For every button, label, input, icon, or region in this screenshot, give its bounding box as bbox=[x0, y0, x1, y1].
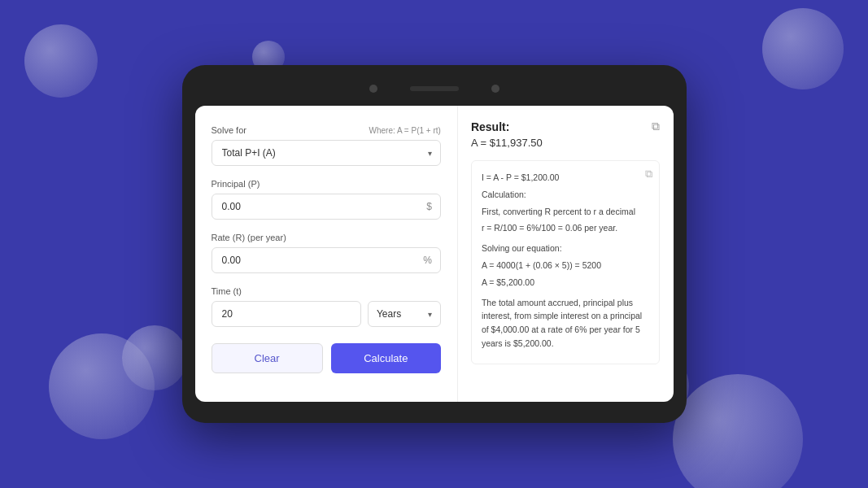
rate-group: Rate (R) (per year) % bbox=[212, 233, 441, 273]
rate-label: Rate (R) (per year) bbox=[212, 233, 441, 242]
result-line-4: r = R/100 = 6%/100 = 0.06 per year. bbox=[482, 221, 650, 235]
result-section-2: Solving our equation: A = 4000(1 + (0.06… bbox=[482, 242, 650, 289]
principal-input[interactable] bbox=[212, 194, 440, 219]
rate-suffix: % bbox=[423, 255, 432, 266]
principal-group: Principal (P) $ bbox=[212, 179, 441, 220]
time-unit-select[interactable]: Years Months Days bbox=[369, 302, 440, 326]
bg-bubble-1 bbox=[24, 24, 98, 98]
tablet-speaker bbox=[410, 86, 459, 91]
result-panel: Result: ⧉ A = $11,937.50 ⧉ I = A - P = $… bbox=[458, 106, 674, 402]
button-row: Clear Calculate bbox=[212, 343, 441, 373]
time-label: Time (t) bbox=[212, 286, 441, 296]
solve-for-select[interactable]: Total P+I (A) Principal (P) Rate (R) Tim… bbox=[212, 141, 440, 165]
result-value: A = $11,937.50 bbox=[471, 137, 661, 149]
principal-suffix: $ bbox=[426, 201, 432, 212]
time-row: Years Months Days ▾ bbox=[212, 301, 441, 327]
principal-label: Principal (P) bbox=[212, 179, 441, 189]
time-unit-select-wrapper[interactable]: Years Months Days ▾ bbox=[368, 301, 441, 327]
solve-for-header: Solve for Where: A = P(1 + rt) bbox=[212, 125, 441, 135]
result-line-10: The total amount accrued, principal plus… bbox=[482, 296, 650, 351]
result-line-8: A = $5,200.00 bbox=[482, 276, 650, 290]
tablet-camera bbox=[369, 85, 377, 93]
result-line-2: Calculation: bbox=[482, 188, 650, 202]
solve-for-select-wrapper[interactable]: Total P+I (A) Principal (P) Rate (R) Tim… bbox=[212, 140, 441, 166]
tablet: Solve for Where: A = P(1 + rt) Total P+I… bbox=[182, 65, 687, 423]
solve-for-label: Solve for bbox=[212, 125, 246, 135]
calculate-button[interactable]: Calculate bbox=[331, 343, 441, 373]
time-input[interactable] bbox=[212, 302, 360, 326]
time-input-wrapper bbox=[212, 301, 361, 327]
rate-input[interactable] bbox=[212, 248, 440, 272]
tablet-mic bbox=[491, 85, 499, 93]
principal-input-wrapper: $ bbox=[212, 194, 441, 220]
result-detail-text: I = A - P = $1,200.00 Calculation: First… bbox=[482, 171, 650, 351]
bg-bubble-3 bbox=[762, 8, 844, 89]
bg-bubble-5 bbox=[122, 325, 187, 390]
result-detail-box: ⧉ I = A - P = $1,200.00 Calculation: Fir… bbox=[471, 160, 661, 364]
solve-for-formula: Where: A = P(1 + rt) bbox=[369, 126, 441, 135]
result-line-1: I = A - P = $1,200.00 bbox=[482, 171, 650, 185]
result-section-3: The total amount accrued, principal plus… bbox=[482, 296, 650, 351]
rate-input-wrapper: % bbox=[212, 247, 441, 273]
time-group: Time (t) Years Months Days ▾ bbox=[212, 286, 441, 327]
result-line-3: First, converting R percent to r a decim… bbox=[482, 205, 650, 219]
result-detail-copy-icon[interactable]: ⧉ bbox=[645, 168, 652, 181]
result-line-7: A = 4000(1 + (0.06 × 5)) = 5200 bbox=[482, 259, 650, 272]
calculator-panel: Solve for Where: A = P(1 + rt) Total P+I… bbox=[195, 106, 458, 402]
tablet-top-bar bbox=[195, 80, 674, 98]
solve-for-group: Solve for Where: A = P(1 + rt) Total P+I… bbox=[212, 125, 441, 166]
result-line-6: Solving our equation: bbox=[482, 242, 650, 255]
copy-icon[interactable]: ⧉ bbox=[652, 120, 660, 132]
result-header: Result: ⧉ bbox=[471, 120, 661, 133]
bg-bubble-6 bbox=[673, 374, 803, 488]
tablet-screen: Solve for Where: A = P(1 + rt) Total P+I… bbox=[195, 106, 674, 402]
result-title: Result: bbox=[471, 120, 509, 133]
clear-button[interactable]: Clear bbox=[212, 343, 323, 373]
